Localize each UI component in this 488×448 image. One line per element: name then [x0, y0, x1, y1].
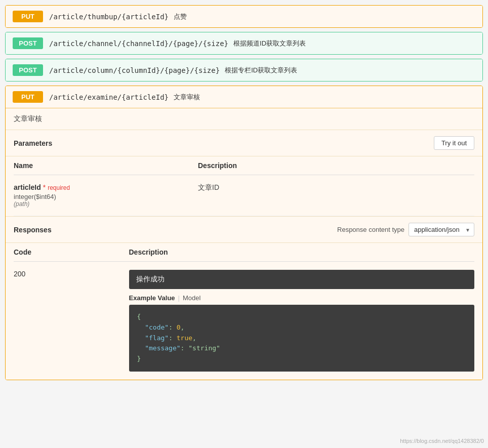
response-description-box: 操作成功 — [129, 270, 475, 289]
response-code-200: 200 — [14, 270, 129, 372]
api-header-post-channel[interactable]: POST /article/channel/{channelId}/{page}… — [6, 32, 482, 54]
content-type-select-wrapper: application/json — [409, 223, 474, 236]
code-colon-message: : — [181, 344, 189, 352]
responses-title: Responses — [14, 226, 52, 234]
api-desc-post-channel: 根据频道ID获取文章列表 — [233, 39, 306, 48]
param-description: 文章ID — [198, 181, 219, 191]
code-val-code: 0 — [177, 323, 181, 331]
param-location: (path) — [14, 200, 198, 208]
table-row: articleId*required integer($int64) (path… — [14, 175, 474, 216]
col-rdesc-header: Description — [129, 248, 475, 256]
response-desc-col: 操作成功 Example Value | Model { "code": 0, … — [129, 270, 475, 372]
code-brace-close: } — [137, 355, 141, 362]
param-required-text: required — [48, 184, 70, 191]
param-name-col: articleId*required integer($int64) (path… — [14, 183, 198, 208]
content-type-select[interactable]: application/json — [409, 223, 474, 236]
section-description: 文章审核 — [6, 108, 482, 130]
api-block-put-examine: PUT /article/examine/{articleId} 文章审核 文章… — [5, 86, 483, 380]
responses-table-header: Code Description — [14, 243, 474, 262]
parameters-title: Parameters — [14, 139, 52, 147]
api-path-put-thumbup: /article/thumbup/{articleId} — [49, 13, 169, 21]
code-colon-flag: : — [169, 334, 177, 342]
api-desc-post-column: 根据专栏ID获取文章列表 — [225, 66, 297, 75]
api-path-post-channel: /article/channel/{channelId}/{page}/{siz… — [49, 39, 228, 48]
code-colon-code: : — [169, 323, 177, 331]
method-badge-post-channel: POST — [13, 37, 43, 49]
param-desc-col: 文章ID — [198, 183, 474, 208]
params-table: Name Description articleId*required inte… — [6, 156, 482, 216]
api-path-post-column: /article/column/{columnId}/{page}/{size} — [49, 66, 220, 74]
example-tabs: Example Value | Model — [129, 294, 475, 302]
params-table-header: Name Description — [14, 156, 474, 175]
parameters-section: Parameters Try it out Name Description a… — [6, 130, 482, 216]
col-name-header: Name — [14, 161, 198, 170]
code-val-flag: true — [177, 334, 192, 342]
api-header-put-examine[interactable]: PUT /article/examine/{articleId} 文章审核 — [6, 86, 482, 108]
response-row-200: 200 操作成功 Example Value | Model { "code":… — [14, 262, 474, 380]
tab-example-value[interactable]: Example Value — [129, 294, 175, 302]
param-type: integer($int64) — [14, 193, 198, 200]
param-name: articleId — [14, 183, 41, 191]
api-block-put-thumbup: PUT /article/thumbup/{articleId} 点赞 — [5, 5, 483, 28]
api-desc-put-thumbup: 点赞 — [174, 12, 187, 21]
method-badge-put-thumbup: PUT — [13, 11, 43, 22]
responses-table: Code Description 200 操作成功 Example Value … — [6, 243, 482, 380]
content-type-container: Response content type application/json — [337, 223, 474, 236]
responses-section: Responses Response content type applicat… — [6, 216, 482, 380]
responses-header: Responses Response content type applicat… — [6, 216, 482, 243]
col-desc-header: Description — [198, 161, 474, 170]
code-key-message: "message" — [145, 344, 180, 352]
tab-separator: | — [178, 294, 180, 302]
api-header-put-thumbup[interactable]: PUT /article/thumbup/{articleId} 点赞 — [6, 6, 482, 27]
content-type-label: Response content type — [337, 226, 404, 233]
param-required-star: * — [43, 183, 46, 191]
method-badge-put-examine: PUT — [13, 91, 43, 103]
api-block-post-column: POST /article/column/{columnId}/{page}/{… — [5, 59, 483, 82]
api-path-put-examine: /article/examine/{articleId} — [49, 93, 169, 101]
api-block-post-channel: POST /article/channel/{channelId}/{page}… — [5, 32, 483, 55]
block-content-put-examine: 文章审核 Parameters Try it out Name Descript… — [6, 108, 482, 380]
code-block: { "code": 0, "flag": true, "message": "s… — [129, 305, 475, 372]
try-it-out-button[interactable]: Try it out — [434, 136, 474, 150]
api-header-post-column[interactable]: POST /article/column/{columnId}/{page}/{… — [6, 59, 482, 81]
code-comma-code: , — [181, 323, 185, 331]
code-brace-open: { — [137, 313, 141, 320]
api-desc-put-examine: 文章审核 — [174, 93, 200, 102]
code-key-flag: "flag" — [145, 334, 169, 342]
method-badge-post-column: POST — [13, 64, 43, 76]
code-key-code: "code" — [145, 323, 169, 331]
code-comma-flag: , — [192, 334, 196, 342]
tab-model[interactable]: Model — [183, 294, 200, 302]
col-code-header: Code — [14, 248, 129, 256]
parameters-header: Parameters Try it out — [6, 130, 482, 156]
code-val-message: "string" — [188, 344, 220, 352]
